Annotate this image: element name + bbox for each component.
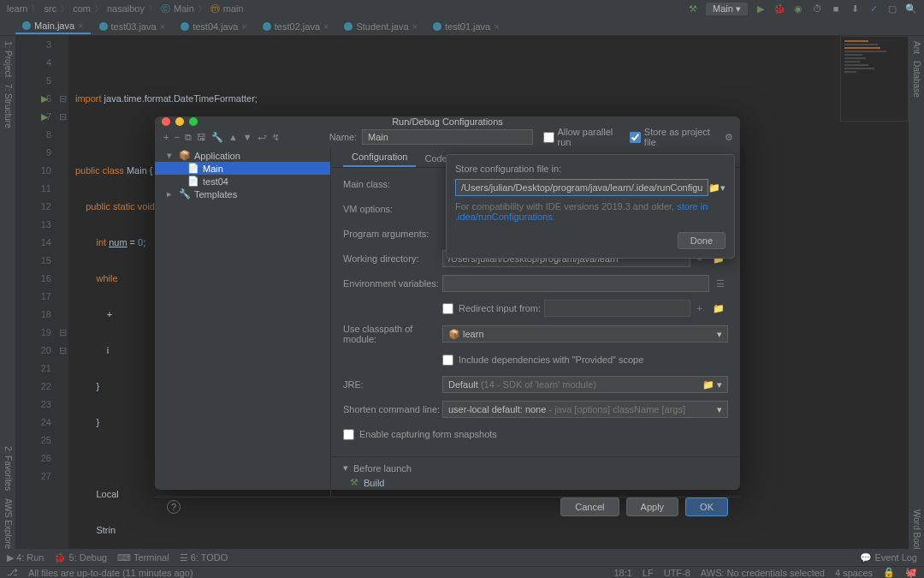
expand-icon[interactable]: + — [694, 303, 706, 313]
tab-main-java[interactable]: Main.java× — [15, 19, 91, 34]
status-aws[interactable]: AWS: No credentials selected — [701, 568, 825, 578]
shorten-select[interactable]: user-local default: none - java [options… — [442, 401, 728, 418]
close-icon[interactable]: × — [494, 21, 499, 32]
status-line-ending[interactable]: LF — [643, 568, 654, 578]
minimize-window-icon[interactable] — [175, 117, 184, 126]
tab-test02[interactable]: test02.java× — [256, 20, 336, 33]
browse-icon[interactable]: 📁 — [708, 182, 720, 194]
gear-icon[interactable]: ⚙ — [725, 132, 733, 143]
status-encoding[interactable]: UTF-8 — [664, 568, 690, 578]
tree-application-node[interactable]: ▾📦 Application — [155, 149, 330, 162]
include-deps-checkbox[interactable]: Include dependencies with "Provided" sco… — [442, 355, 643, 366]
build-icon[interactable]: ⚒ — [687, 3, 699, 15]
status-lock-icon[interactable]: 🔒 — [883, 567, 895, 578]
stop-icon[interactable]: ■ — [830, 3, 842, 15]
crumb-src[interactable]: src — [44, 3, 56, 14]
run-config-selector[interactable]: Main ▾ — [706, 3, 748, 15]
tree-test04-config[interactable]: 📄 test04 — [155, 175, 330, 188]
tool-ant[interactable]: Ant — [912, 39, 921, 56]
redirect-path-input[interactable] — [544, 300, 690, 317]
status-git-icon[interactable]: ⎇ — [7, 567, 18, 578]
maximize-window-icon[interactable] — [189, 117, 198, 126]
structure-icon[interactable]: ▢ — [886, 3, 898, 15]
tab-test01[interactable]: test01.java× — [426, 20, 506, 33]
save-config-icon[interactable]: 🖫 — [197, 132, 206, 142]
popover-label: Store configuration file in: — [455, 164, 726, 174]
minimap[interactable] — [840, 36, 909, 122]
cancel-button[interactable]: Cancel — [560, 498, 619, 516]
tab-student[interactable]: Student.java× — [337, 20, 424, 33]
tab-configuration[interactable]: Configuration — [343, 148, 416, 167]
tool-favorites[interactable]: 2: Favorites — [3, 444, 13, 492]
tool-word-book[interactable]: Word Book — [912, 508, 921, 553]
wrench-icon[interactable]: 🔧 — [211, 132, 223, 143]
tool-todo[interactable]: ☰ 6: TODO — [180, 552, 228, 563]
crumb-main-method[interactable]: main — [223, 3, 244, 14]
apply-button[interactable]: Apply — [626, 498, 679, 516]
crumb-nasaiboy[interactable]: nasaiboy — [107, 3, 145, 14]
close-icon[interactable]: × — [323, 21, 329, 32]
browse-icon[interactable]: 📁 — [709, 303, 728, 314]
dialog-title-bar[interactable]: Run/Debug Configurations — [155, 116, 740, 127]
jre-select[interactable]: Default (14 - SDK of 'learn' module)📁 ▾ — [442, 376, 728, 393]
search-everywhere-icon[interactable]: 🔍 — [905, 3, 917, 15]
coverage-icon[interactable]: ◉ — [792, 3, 804, 15]
tool-aws-explorer[interactable]: AWS Explorer — [3, 497, 13, 553]
git-update-icon[interactable]: ⬇ — [849, 3, 861, 15]
close-icon[interactable]: × — [241, 21, 246, 32]
help-icon[interactable]: ? — [167, 500, 181, 514]
add-config-icon[interactable]: + — [163, 132, 169, 142]
run-gutter-icon[interactable]: ▶ — [41, 108, 48, 126]
store-path-input[interactable] — [455, 179, 708, 196]
config-name-input[interactable] — [362, 129, 532, 145]
tree-templates-node[interactable]: ▸🔧 Templates — [155, 188, 330, 200]
close-icon[interactable]: × — [78, 21, 83, 31]
run-icon[interactable]: ▶ — [755, 3, 767, 15]
crumb-learn[interactable]: learn — [7, 3, 27, 14]
debug-icon[interactable]: 🐞 — [773, 3, 785, 15]
config-tree[interactable]: ▾📦 Application 📄 Main 📄 test04 ▸🔧 Templa… — [155, 147, 330, 497]
copy-config-icon[interactable]: ⧉ — [185, 132, 192, 143]
tool-database[interactable]: Database — [912, 59, 921, 99]
line-gutter[interactable]: 3 4 5 6▶ 7▶ 8 9 10 11 12 13 14 15 16 17 … — [15, 36, 56, 553]
tool-debug[interactable]: 🐞 5: Debug — [54, 552, 107, 563]
redirect-input-checkbox[interactable]: Redirect input from: — [442, 303, 541, 314]
store-project-file-checkbox[interactable]: Store as project file — [630, 127, 720, 147]
tab-test03[interactable]: test03.java× — [92, 20, 173, 33]
event-log[interactable]: 💬 Event Log — [860, 552, 917, 563]
list-icon[interactable]: ☰ — [713, 278, 728, 289]
git-commit-icon[interactable]: ✓ — [868, 3, 880, 15]
expand-icon[interactable]: ↯ — [272, 132, 280, 143]
snapshots-checkbox[interactable]: Enable capturing form snapshots — [343, 429, 497, 440]
tool-structure[interactable]: 7: Structure — [3, 82, 13, 130]
tree-main-config[interactable]: 📄 Main — [155, 162, 330, 175]
crumb-com[interactable]: com — [73, 3, 91, 14]
close-icon[interactable]: × — [160, 21, 165, 32]
remove-config-icon[interactable]: − — [174, 132, 179, 142]
status-indent[interactable]: 4 spaces — [835, 568, 873, 578]
close-icon[interactable]: × — [412, 21, 418, 32]
move-up-icon[interactable]: ▲ — [228, 132, 238, 142]
allow-parallel-checkbox[interactable]: Allow parallel run — [543, 127, 625, 147]
folder-icon[interactable]: ⮐ — [258, 132, 267, 142]
fold-column[interactable]: ⊟⊟⊟⊟ — [56, 36, 68, 553]
classpath-select[interactable]: 📦 learn▾ — [442, 325, 728, 343]
tab-test04[interactable]: test04.java× — [174, 20, 254, 33]
before-launch-build[interactable]: ⚒Build — [343, 474, 728, 492]
crumb-main-class[interactable]: Main — [174, 3, 194, 14]
tool-terminal[interactable]: ⌨ Terminal — [117, 552, 169, 563]
move-down-icon[interactable]: ▼ — [243, 132, 252, 142]
close-window-icon[interactable] — [162, 117, 170, 126]
status-cursor-pos[interactable]: 18:1 — [613, 568, 631, 578]
chevron-down-icon[interactable]: ▾ — [720, 182, 726, 194]
status-octocat-icon[interactable]: 🐙 — [905, 567, 917, 578]
env-vars-input[interactable] — [442, 275, 709, 292]
tool-project[interactable]: 1: Project — [3, 39, 13, 79]
tool-run[interactable]: ▶ 4: Run — [7, 552, 44, 563]
before-launch-header[interactable]: ▾Before launch — [343, 462, 728, 474]
done-button[interactable]: Done — [678, 232, 726, 249]
breadcrumbs[interactable]: learn〉 src〉 com〉 nasaiboy〉 ⓒMain〉 ⓜmain — [7, 3, 244, 15]
profile-icon[interactable]: ⏱ — [811, 3, 823, 15]
ok-button[interactable]: OK — [685, 498, 728, 516]
run-gutter-icon[interactable]: ▶ — [41, 90, 48, 108]
